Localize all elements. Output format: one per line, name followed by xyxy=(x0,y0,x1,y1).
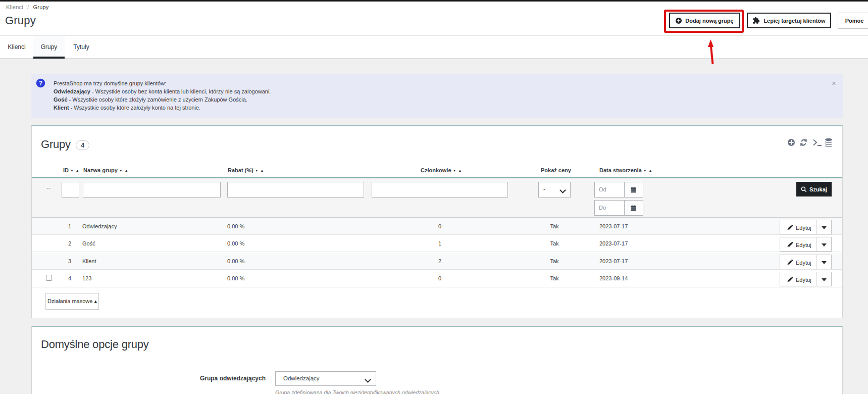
svg-text:?: ? xyxy=(39,80,42,87)
